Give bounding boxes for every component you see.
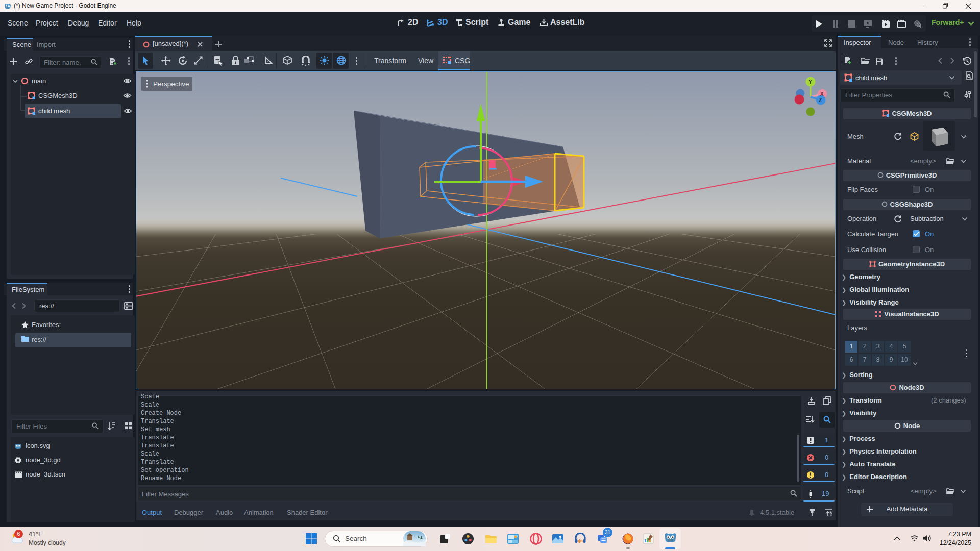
svg-text:Perspective: Perspective <box>153 80 189 88</box>
svg-text:Z: Z <box>819 97 822 103</box>
svg-text:X: X <box>820 91 824 97</box>
svg-text:Y: Y <box>808 79 812 85</box>
